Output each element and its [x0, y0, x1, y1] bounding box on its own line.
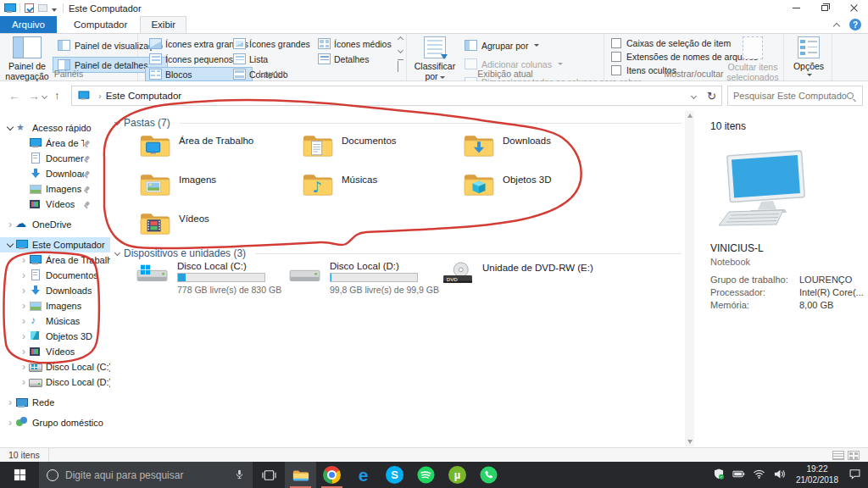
action-center-icon[interactable] — [849, 468, 861, 482]
minimize-button[interactable] — [782, 0, 810, 16]
sidebar-item[interactable]: Disco Local (D:) — [0, 374, 110, 390]
search-input[interactable] — [733, 91, 847, 101]
sidebar-item[interactable]: Downloads — [0, 283, 110, 298]
help-icon[interactable]: ? — [849, 19, 861, 30]
folder-tile-music[interactable]: ♪ Músicas — [302, 170, 463, 209]
view-details[interactable]: Detalhes — [314, 52, 396, 66]
tree-chevron-icon[interactable] — [19, 285, 29, 297]
folder-tile-documents[interactable]: Documentos — [302, 131, 463, 170]
microphone-icon[interactable] — [234, 469, 245, 482]
tree-chevron-icon[interactable] — [5, 417, 15, 429]
taskbar-search-box[interactable] — [39, 462, 253, 488]
collapse-ribbon-icon[interactable] — [833, 22, 840, 29]
sidebar-item[interactable]: Rede — [0, 395, 110, 410]
sidebar-item[interactable]: OneDrive — [0, 217, 110, 232]
tab-arquivo[interactable]: Arquivo — [0, 16, 57, 33]
tree-chevron-icon[interactable] — [5, 396, 15, 408]
checkbox-icon[interactable] — [611, 38, 621, 48]
view-large-icons[interactable]: Ícones grandes — [229, 36, 314, 51]
taskbar-whatsapp-icon[interactable] — [473, 462, 504, 488]
taskbar-utorrent-icon[interactable] — [442, 462, 473, 488]
thumbnail-view-toggle-icon[interactable] — [848, 451, 860, 460]
clock[interactable]: 19:22 21/02/2018 — [793, 464, 841, 485]
close-button[interactable] — [839, 0, 868, 16]
tree-chevron-icon[interactable] — [5, 219, 15, 230]
view-medium-icons[interactable]: Ícones médios — [314, 36, 396, 51]
tab-exibir[interactable]: Exibir — [140, 16, 186, 33]
folder-tile-downloads[interactable]: Downloads — [463, 131, 632, 170]
sidebar-item[interactable]: Downloads — [0, 166, 110, 181]
breadcrumb[interactable]: Este Computador — [106, 91, 687, 101]
battery-icon[interactable] — [732, 468, 745, 482]
options-button[interactable]: Opções — [795, 36, 822, 76]
drives-section-header[interactable]: Dispositivos e unidades (3) — [115, 247, 682, 259]
tab-computador[interactable]: Computador — [64, 16, 137, 33]
layout-scroll-up-icon[interactable] — [397, 36, 403, 42]
taskbar-chrome-icon[interactable] — [316, 462, 348, 488]
tree-chevron-icon[interactable] — [5, 125, 15, 132]
taskbar-file-explorer-icon[interactable] — [285, 462, 316, 488]
sidebar-item[interactable]: Este Computador — [0, 237, 110, 252]
cortana-icon[interactable] — [47, 469, 58, 481]
sidebar-item[interactable]: Documentos — [0, 268, 110, 283]
folder-tile-3d-objects[interactable]: Objetos 3D — [463, 170, 632, 209]
wifi-icon[interactable] — [753, 468, 765, 482]
sidebar-item[interactable]: Vídeos — [0, 344, 110, 359]
section-collapse-icon[interactable] — [114, 249, 120, 255]
task-view-button[interactable] — [253, 462, 285, 488]
drive-d-tile[interactable]: Disco Local (D:) 99,8 GB livre(s) de 99,… — [287, 261, 439, 295]
taskbar-search-input[interactable] — [65, 469, 227, 481]
layout-scroll-down-icon[interactable] — [397, 47, 403, 53]
view-list[interactable]: Lista — [229, 52, 314, 66]
details-view-toggle-icon[interactable] — [832, 451, 844, 460]
vertical-scrollbar[interactable] — [685, 111, 694, 446]
search-icon[interactable] — [847, 92, 854, 99]
sidebar-item[interactable]: Imagens — [0, 298, 110, 313]
taskbar-skype-icon[interactable] — [379, 462, 410, 488]
tree-chevron-icon[interactable] — [19, 315, 29, 327]
taskbar-edge-icon[interactable] — [348, 462, 379, 488]
sidebar-item[interactable]: Grupo doméstico — [0, 415, 110, 430]
drive-c-tile[interactable]: Disco Local (C:) 778 GB livre(s) de 830 … — [134, 261, 287, 295]
tree-chevron-icon[interactable] — [19, 254, 29, 266]
search-box[interactable] — [727, 86, 863, 106]
sidebar-item[interactable]: Área de Trabalho — [0, 136, 110, 151]
scroll-up-icon[interactable] — [687, 114, 693, 118]
tree-chevron-icon[interactable] — [19, 269, 29, 281]
qat-properties-icon[interactable] — [25, 3, 34, 13]
tree-chevron-icon[interactable] — [19, 330, 29, 342]
tree-chevron-icon[interactable] — [19, 346, 29, 358]
sidebar-item[interactable]: Objetos 3D — [0, 329, 110, 344]
taskbar-spotify-icon[interactable] — [410, 462, 442, 488]
tree-chevron-icon[interactable] — [19, 361, 29, 373]
sidebar-item[interactable]: Vídeos — [0, 197, 110, 212]
refresh-icon[interactable]: ↻ — [707, 90, 716, 103]
checkbox-icon[interactable] — [611, 52, 621, 62]
sidebar-item[interactable]: Disco Local (C:) — [0, 359, 110, 374]
folder-tile-pictures[interactable]: Imagens — [139, 170, 302, 209]
defender-shield-icon[interactable] — [713, 468, 725, 482]
volume-icon[interactable] — [773, 468, 786, 482]
address-dropdown-icon[interactable] — [691, 92, 697, 98]
address-box[interactable]: › Este Computador ↻ — [71, 86, 722, 106]
sidebar-item[interactable]: Documentos — [0, 151, 110, 166]
folder-tile-desktop[interactable]: Área de Trabalho — [139, 131, 302, 170]
tree-chevron-icon[interactable] — [19, 300, 29, 312]
scroll-down-icon[interactable] — [687, 440, 693, 444]
back-button[interactable]: ← — [8, 87, 20, 104]
forward-button[interactable]: → — [28, 87, 40, 104]
section-collapse-icon[interactable] — [114, 119, 120, 125]
sidebar-item[interactable]: Área de Trabalho — [0, 252, 110, 268]
folder-tile-videos[interactable]: Vídeos — [139, 209, 302, 248]
tree-chevron-icon[interactable] — [5, 241, 15, 249]
recent-locations-icon[interactable] — [42, 93, 47, 99]
sidebar-item[interactable]: Acesso rápido — [0, 120, 110, 136]
restore-button[interactable] — [810, 0, 839, 16]
folders-section-header[interactable]: Pastas (7) — [115, 117, 682, 129]
start-button[interactable] — [0, 462, 39, 488]
tree-chevron-icon[interactable] — [19, 376, 29, 388]
up-button[interactable]: ↑ — [54, 87, 60, 104]
qat-new-folder-icon[interactable] — [38, 4, 47, 12]
sidebar-item[interactable]: Músicas — [0, 313, 110, 329]
qat-customize-icon[interactable] — [52, 8, 57, 12]
